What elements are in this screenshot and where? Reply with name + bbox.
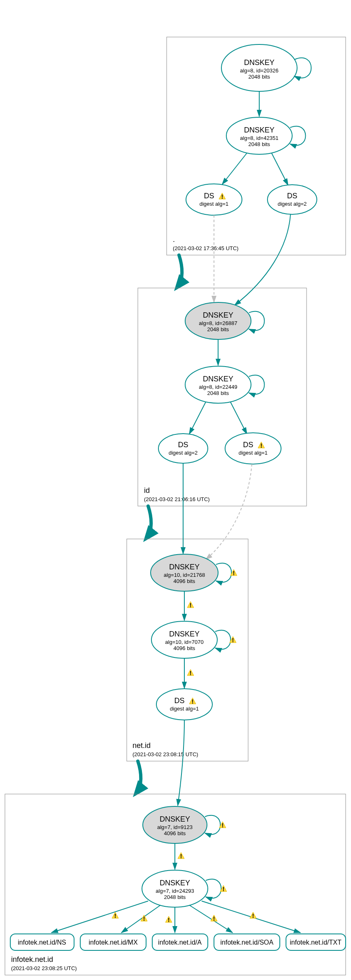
svg-text:DNSKEY: DNSKEY — [203, 311, 233, 319]
edge-deleg-root-id — [178, 255, 182, 286]
svg-text:DS: DS — [174, 697, 184, 705]
warning-icon — [112, 912, 119, 919]
node-root-ds2: DS digest alg=2 — [267, 185, 317, 214]
edge-deleg-netid-infotek — [137, 761, 141, 792]
node-rr-a: infotek.net.id/A — [152, 934, 208, 950]
svg-text:infotek.net.id/NS: infotek.net.id/NS — [18, 939, 66, 946]
svg-text:alg=8, id=26887: alg=8, id=26887 — [199, 320, 237, 326]
svg-text:2048 bits: 2048 bits — [164, 894, 186, 900]
svg-text:DNSKEY: DNSKEY — [160, 815, 190, 823]
warning-icon — [187, 669, 194, 676]
node-id-ksk: DNSKEY alg=8, id=26887 2048 bits — [185, 302, 251, 339]
edge-zsk-mx — [121, 905, 160, 933]
node-id-ds2: DS digest alg=2 — [158, 434, 208, 463]
node-id-ds1: DS digest alg=1 — [225, 433, 281, 464]
svg-text:alg=10, id=21768: alg=10, id=21768 — [164, 572, 205, 578]
svg-text:digest alg=2: digest alg=2 — [278, 201, 307, 207]
zone-id-ts: (2021-03-02 21:06:16 UTC) — [144, 496, 210, 502]
svg-text:DNSKEY: DNSKEY — [160, 879, 190, 887]
svg-text:2048 bits: 2048 bits — [249, 74, 270, 80]
node-root-zsk: DNSKEY alg=8, id=42351 2048 bits — [226, 117, 292, 154]
node-netid-ds1: DS digest alg=1 — [156, 689, 212, 720]
node-rr-ns: infotek.net.id/NS — [10, 934, 74, 950]
svg-text:DNSKEY: DNSKEY — [169, 630, 200, 638]
zone-infotek-ts: (2021-03-02 23:08:25 UTC) — [11, 965, 77, 971]
svg-text:alg=7, id=24293: alg=7, id=24293 — [156, 888, 194, 894]
zone-infotek-name: infotek.net.id — [11, 955, 53, 964]
edge-idzsk-ds2 — [189, 402, 206, 434]
edge-rootds2-idksk — [235, 214, 291, 305]
edge-deleg-id-netid — [147, 506, 151, 537]
warning-icon — [211, 915, 217, 922]
svg-text:digest alg=1: digest alg=1 — [239, 450, 267, 456]
warning-icon — [187, 601, 194, 608]
svg-text:alg=10, id=7070: alg=10, id=7070 — [165, 639, 203, 645]
edge-rootzsk-ds2 — [272, 153, 288, 185]
edge-idzsk-ds1 — [230, 402, 247, 434]
edge-netidds-infotekksk — [178, 720, 184, 806]
svg-text:infotek.net.id/MX: infotek.net.id/MX — [88, 939, 138, 946]
svg-text:infotek.net.id/A: infotek.net.id/A — [158, 939, 202, 946]
zone-netid-name: net.id — [132, 741, 151, 750]
edge-rootzsk-ds1 — [222, 153, 247, 184]
node-infotek-ksk: DNSKEY alg=7, id=9123 4096 bits — [143, 806, 207, 843]
svg-text:digest alg=1: digest alg=1 — [200, 201, 228, 207]
node-infotek-zsk: DNSKEY alg=7, id=24293 2048 bits — [142, 870, 208, 907]
svg-text:alg=8, id=42351: alg=8, id=42351 — [240, 135, 278, 141]
svg-text:infotek.net.id/TXT: infotek.net.id/TXT — [290, 939, 342, 946]
svg-text:4096 bits: 4096 bits — [164, 830, 186, 836]
node-rr-txt: infotek.net.id/TXT — [286, 934, 346, 950]
svg-text:alg=8, id=22449: alg=8, id=22449 — [199, 384, 237, 390]
svg-text:DS: DS — [243, 441, 253, 449]
svg-text:alg=7, id=9123: alg=7, id=9123 — [157, 824, 193, 830]
svg-text:DS: DS — [178, 441, 188, 449]
edge-zsk-ns — [51, 901, 148, 933]
edge-idds1-netidksk — [206, 464, 252, 560]
svg-text:digest alg=1: digest alg=1 — [170, 706, 199, 712]
svg-text:DNSKEY: DNSKEY — [244, 58, 274, 67]
node-root-ds1: DS digest alg=1 — [186, 184, 242, 215]
svg-text:2048 bits: 2048 bits — [249, 141, 270, 147]
svg-text:infotek.net.id/SOA: infotek.net.id/SOA — [221, 939, 274, 946]
svg-text:DNSKEY: DNSKEY — [203, 375, 233, 383]
zone-root-name: . — [173, 235, 175, 244]
dnssec-chain-diagram: ! . (2021-03-02 17:36:45 UTC) DNSKEY alg… — [0, 0, 351, 980]
zone-netid-ts: (2021-03-02 23:08:15 UTC) — [132, 751, 198, 757]
svg-text:4096 bits: 4096 bits — [174, 578, 195, 584]
warning-icon — [178, 852, 184, 859]
warning-icon — [165, 916, 172, 923]
svg-text:DS: DS — [204, 192, 214, 200]
node-id-zsk: DNSKEY alg=8, id=22449 2048 bits — [185, 366, 251, 403]
svg-text:alg=8, id=20326: alg=8, id=20326 — [240, 67, 278, 74]
svg-text:DNSKEY: DNSKEY — [169, 563, 200, 571]
node-netid-zsk: DNSKEY alg=10, id=7070 4096 bits — [151, 621, 217, 658]
svg-text:4096 bits: 4096 bits — [174, 645, 195, 651]
svg-text:2048 bits: 2048 bits — [207, 326, 229, 332]
svg-text:2048 bits: 2048 bits — [207, 390, 229, 396]
svg-text:digest alg=2: digest alg=2 — [169, 450, 198, 456]
zone-id-name: id — [144, 486, 150, 495]
svg-text:DNSKEY: DNSKEY — [244, 126, 274, 134]
node-rr-soa: infotek.net.id/SOA — [214, 934, 280, 950]
node-rr-mx: infotek.net.id/MX — [80, 934, 146, 950]
svg-text:DS: DS — [287, 192, 297, 200]
warning-icon — [250, 912, 256, 919]
zone-root-ts: (2021-03-02 17:36:45 UTC) — [173, 245, 239, 251]
node-netid-ksk: DNSKEY alg=10, id=21768 4096 bits — [151, 554, 218, 591]
node-root-ksk: DNSKEY alg=8, id=20326 2048 bits — [221, 44, 297, 91]
